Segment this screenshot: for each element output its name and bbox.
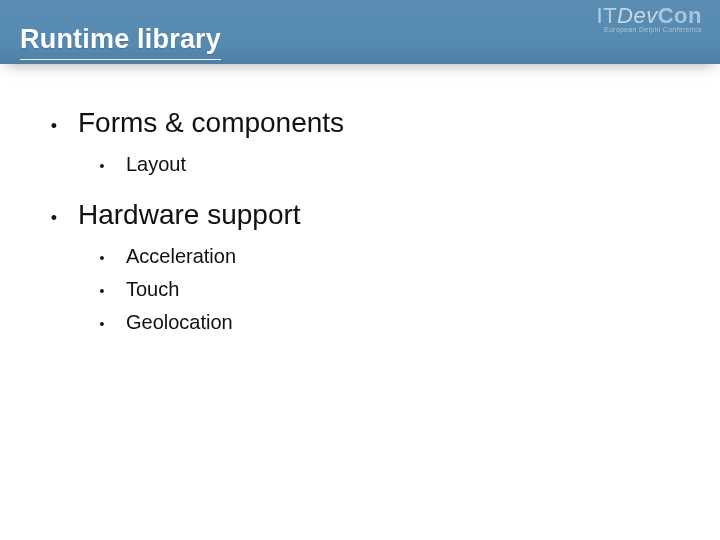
slide-title: Runtime library	[20, 24, 221, 60]
sub-bullet-list: • Layout	[30, 149, 690, 182]
bullet-icon: •	[78, 309, 126, 340]
list-item: • Acceleration	[78, 241, 690, 274]
bullet-label: Touch	[126, 274, 179, 305]
list-item: • Layout	[78, 149, 690, 182]
bullet-label: Layout	[126, 149, 186, 180]
bullet-label: Geolocation	[126, 307, 233, 338]
slide-header: Runtime library ITDevCon European Delphi…	[0, 0, 720, 64]
list-item: • Touch	[78, 274, 690, 307]
conference-logo: ITDevCon European Delphi Conference	[597, 6, 702, 33]
bullet-list: • Forms & components • Layout • Hardware…	[30, 102, 690, 340]
logo-part-it: IT	[597, 3, 618, 28]
sub-bullet-list: • Acceleration • Touch • Geolocation	[30, 241, 690, 340]
slide-content: • Forms & components • Layout • Hardware…	[0, 64, 720, 340]
logo-part-dev: Dev	[617, 3, 658, 28]
bullet-icon: •	[30, 105, 78, 147]
bullet-label: Hardware support	[78, 194, 301, 236]
bullet-label: Forms & components	[78, 102, 344, 144]
list-item: • Hardware support • Acceleration • Touc…	[30, 194, 690, 340]
logo-subtitle: European Delphi Conference	[597, 26, 702, 33]
bullet-icon: •	[78, 243, 126, 274]
bullet-icon: •	[30, 197, 78, 239]
bullet-level1: • Hardware support	[30, 194, 690, 239]
bullet-icon: •	[78, 151, 126, 182]
bullet-level1: • Forms & components	[30, 102, 690, 147]
list-item: • Geolocation	[78, 307, 690, 340]
logo-part-con: Con	[658, 3, 702, 28]
logo-main: ITDevCon	[597, 6, 702, 26]
list-item: • Forms & components • Layout	[30, 102, 690, 182]
bullet-label: Acceleration	[126, 241, 236, 272]
bullet-icon: •	[78, 276, 126, 307]
